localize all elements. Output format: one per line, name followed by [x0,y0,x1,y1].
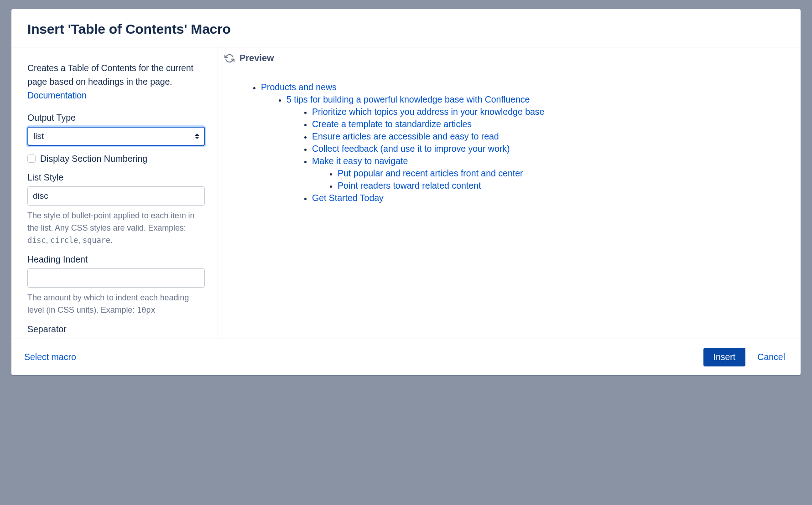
list-style-label: List Style [27,172,205,183]
macro-description: Creates a Table of Contents for the curr… [27,61,205,103]
dialog-header: Insert 'Table of Contents' Macro [11,9,801,47]
macro-config-panel: Creates a Table of Contents for the curr… [11,47,218,339]
dialog-title: Insert 'Table of Contents' Macro [27,21,785,37]
macro-dialog: Insert 'Table of Contents' Macro Creates… [11,9,801,375]
list-style-help: The style of bullet-point applied to eac… [27,210,205,247]
cancel-button[interactable]: Cancel [754,349,789,365]
preview-title: Preview [239,53,274,63]
list-style-help-code-0: disc [27,236,46,245]
toc-link[interactable]: Prioritize which topics you address in y… [312,107,544,117]
preview-body: Products and news5 tips for building a p… [218,69,801,216]
toc-sublist: 5 tips for building a powerful knowledge… [261,94,782,203]
heading-indent-input[interactable] [27,268,205,288]
separator-label: Separator [27,324,205,335]
field-output-type: Output Type list [27,113,205,146]
toc-link[interactable]: Point readers toward related content [338,180,481,191]
field-list-style: List Style The style of bullet-point app… [27,172,205,247]
select-macro-button[interactable]: Select macro [21,349,80,365]
toc-item: Create a template to standardize article… [312,119,782,129]
insert-button[interactable]: Insert [703,348,746,366]
toc-item: Collect feedback (and use it to improve … [312,144,782,154]
toc-link[interactable]: Collect feedback (and use it to improve … [312,144,510,154]
toc-item: Get Started Today [312,193,782,203]
heading-indent-help: The amount by which to indent each headi… [27,292,205,316]
output-type-select[interactable]: list [27,127,205,146]
heading-indent-help-code: 10px [137,305,156,314]
heading-indent-label: Heading Indent [27,254,205,265]
display-section-numbering-label: Display Section Numbering [40,154,147,164]
dialog-body: Creates a Table of Contents for the curr… [11,47,801,339]
refresh-icon[interactable] [224,53,234,63]
output-type-wrapper: list [27,127,205,146]
list-style-help-code-1: circle [50,236,78,245]
toc-link[interactable]: Put popular and recent articles front an… [338,168,523,178]
field-heading-indent: Heading Indent The amount by which to in… [27,254,205,316]
toc-link[interactable]: 5 tips for building a powerful knowledge… [286,94,530,104]
dialog-footer: Select macro Insert Cancel [11,339,801,375]
toc-item: Make it easy to navigatePut popular and … [312,156,782,191]
preview-header: Preview [218,47,801,69]
field-display-section-numbering: Display Section Numbering [27,154,205,164]
toc-item: 5 tips for building a powerful knowledge… [286,94,782,203]
output-type-label: Output Type [27,113,205,123]
list-style-help-code-2: square [83,236,110,245]
toc-link[interactable]: Ensure articles are accessible and easy … [312,131,499,141]
toc-link[interactable]: Get Started Today [312,193,384,203]
toc-item: Products and news5 tips for building a p… [261,82,782,203]
toc-link[interactable]: Make it easy to navigate [312,156,408,166]
toc-item: Point readers toward related content [338,180,782,191]
documentation-link[interactable]: Documentation [27,90,87,100]
list-style-help-text: The style of bullet-point applied to eac… [27,211,194,232]
toc-item: Ensure articles are accessible and easy … [312,131,782,142]
field-separator: Separator [27,324,205,335]
display-section-numbering-checkbox[interactable] [27,155,36,163]
footer-actions: Insert Cancel [703,348,789,366]
toc-root: Products and news5 tips for building a p… [245,82,782,203]
macro-description-text: Creates a Table of Contents for the curr… [27,63,193,87]
heading-indent-help-text: The amount by which to indent each headi… [27,293,189,314]
toc-link[interactable]: Products and news [261,82,337,92]
toc-sublist: Put popular and recent articles front an… [312,168,782,191]
preview-pane: Preview Products and news5 tips for buil… [218,47,801,339]
toc-item: Put popular and recent articles front an… [338,168,782,179]
list-style-input[interactable] [27,186,205,206]
toc-sublist: Prioritize which topics you address in y… [286,107,782,203]
toc-link[interactable]: Create a template to standardize article… [312,119,472,129]
toc-item: Prioritize which topics you address in y… [312,107,782,117]
